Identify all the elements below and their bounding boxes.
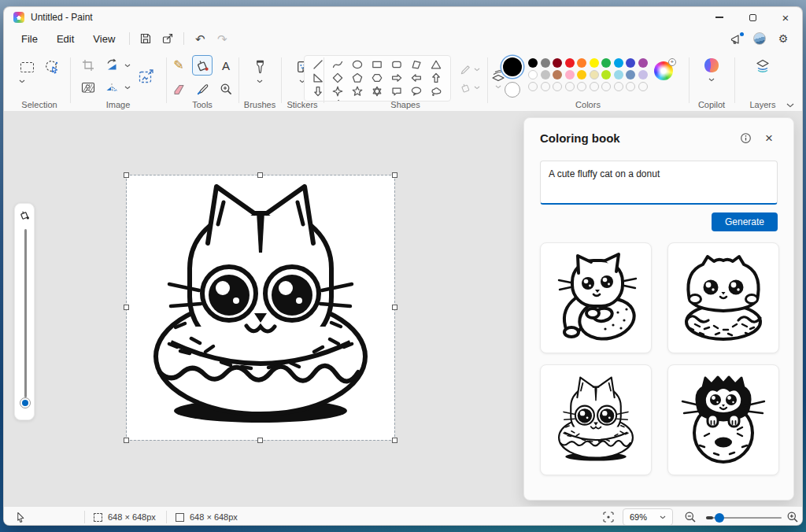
- free-select-button[interactable]: [42, 57, 62, 77]
- palette-swatch-empty[interactable]: [565, 82, 575, 91]
- brushes-button[interactable]: [250, 56, 270, 76]
- selection-handle-s[interactable]: [257, 438, 263, 443]
- shape-curve[interactable]: [329, 58, 346, 70]
- shape-fill-icon[interactable]: [460, 82, 471, 94]
- palette-swatch[interactable]: [528, 58, 538, 68]
- save-button[interactable]: [135, 29, 157, 48]
- brushes-dropdown-chevron[interactable]: [257, 79, 263, 83]
- copilot-button[interactable]: [701, 55, 722, 76]
- thumbnail-black-white-cat-behind-donut[interactable]: [667, 364, 779, 475]
- shape-rounded-rectangle[interactable]: [388, 58, 405, 70]
- shape-arrow-down[interactable]: [309, 85, 327, 97]
- redo-button[interactable]: ↷: [211, 29, 233, 48]
- palette-swatch-empty[interactable]: [638, 82, 648, 91]
- settings-button[interactable]: ⚙: [772, 29, 794, 48]
- selection-handle-n[interactable]: [257, 172, 263, 178]
- remove-background-button[interactable]: [78, 77, 98, 98]
- shape-polygon[interactable]: [408, 58, 425, 70]
- color-picker-button[interactable]: [192, 79, 213, 99]
- pencil-tool-button[interactable]: ✎: [168, 55, 189, 76]
- palette-swatch[interactable]: [590, 70, 599, 79]
- selection-handle-sw[interactable]: [124, 438, 129, 443]
- zoom-out-button[interactable]: [684, 507, 697, 526]
- palette-swatch[interactable]: [638, 58, 648, 68]
- shape-speech-bubble[interactable]: [388, 85, 405, 97]
- selection-handle-se[interactable]: [392, 438, 397, 443]
- menu-file[interactable]: File: [12, 31, 47, 47]
- palette-swatch-empty[interactable]: [590, 82, 599, 91]
- palette-swatch[interactable]: [601, 70, 611, 79]
- selection-handle-ne[interactable]: [392, 172, 397, 178]
- selection-handle-nw[interactable]: [124, 172, 129, 178]
- shape-pentagon[interactable]: [349, 72, 366, 83]
- menu-view[interactable]: View: [83, 31, 124, 47]
- resize-image-button[interactable]: [134, 64, 159, 89]
- palette-swatch[interactable]: [565, 58, 575, 68]
- copilot-dropdown-chevron[interactable]: [708, 78, 715, 82]
- maximize-button[interactable]: [736, 7, 769, 28]
- collapse-ribbon-button[interactable]: [786, 103, 794, 108]
- eraser-tool-button[interactable]: [168, 79, 189, 99]
- palette-swatch[interactable]: [528, 70, 538, 79]
- shape-five-point-star[interactable]: [349, 85, 366, 97]
- canvas[interactable]: [127, 175, 394, 440]
- palette-swatch[interactable]: [626, 58, 635, 68]
- close-button[interactable]: ×: [769, 7, 802, 28]
- palette-swatch[interactable]: [541, 70, 550, 79]
- shape-outline-icon[interactable]: [460, 64, 471, 76]
- palette-swatch[interactable]: [553, 58, 562, 68]
- zoom-in-button[interactable]: [786, 507, 799, 526]
- rotate-dropdown-chevron[interactable]: [124, 64, 131, 68]
- text-tool-button[interactable]: A: [216, 55, 236, 76]
- shape-arrow-left[interactable]: [408, 72, 425, 83]
- shape-rectangle[interactable]: [368, 58, 386, 70]
- palette-swatch[interactable]: [601, 58, 611, 68]
- palette-swatch[interactable]: [638, 70, 648, 79]
- shape-arrow-right[interactable]: [388, 72, 405, 83]
- background-color-swatch[interactable]: [505, 82, 520, 98]
- zoom-level-dropdown[interactable]: 69%: [623, 508, 673, 526]
- edit-colors-button[interactable]: +: [654, 61, 673, 80]
- generate-button[interactable]: Generate: [712, 212, 778, 231]
- shape-hexagon[interactable]: [368, 72, 386, 83]
- flip-button[interactable]: [102, 77, 122, 98]
- palette-swatch[interactable]: [577, 70, 586, 79]
- slider-track[interactable]: [24, 229, 27, 397]
- slider-thumb[interactable]: [20, 397, 31, 408]
- layers-button[interactable]: [752, 56, 773, 76]
- palette-swatch[interactable]: [541, 58, 550, 68]
- palette-swatch[interactable]: [614, 70, 623, 79]
- palette-swatch-empty[interactable]: [626, 82, 635, 91]
- palette-swatch-empty[interactable]: [553, 82, 562, 91]
- rectangle-select-button[interactable]: [17, 57, 37, 77]
- minimize-button[interactable]: [703, 7, 736, 28]
- shape-oval[interactable]: [349, 58, 366, 70]
- palette-swatch[interactable]: [565, 70, 575, 79]
- fill-tool-button[interactable]: [192, 55, 213, 76]
- share-button[interactable]: [157, 29, 179, 48]
- palette-swatch[interactable]: [590, 58, 599, 68]
- palette-swatch-empty[interactable]: [528, 82, 538, 91]
- shape-thought-bubble[interactable]: [427, 85, 445, 97]
- flip-dropdown-chevron[interactable]: [124, 86, 131, 90]
- undo-button[interactable]: ↶: [189, 29, 211, 48]
- shape-line[interactable]: [309, 58, 327, 70]
- rotate-button[interactable]: [102, 55, 122, 76]
- shape-arrow-up[interactable]: [427, 72, 445, 83]
- palette-swatch[interactable]: [577, 58, 586, 68]
- palette-swatch-empty[interactable]: [541, 82, 550, 91]
- shape-right-triangle[interactable]: [309, 72, 327, 83]
- thumbnail-cat-hugging-donut[interactable]: [540, 242, 652, 353]
- palette-swatch[interactable]: [614, 58, 623, 68]
- thumbnail-fluffy-cat-on-donut[interactable]: [667, 242, 779, 353]
- fit-to-screen-button[interactable]: [602, 507, 615, 526]
- selection-handle-e[interactable]: [392, 305, 397, 310]
- shape-oval-speech-bubble[interactable]: [408, 85, 425, 97]
- magnifier-tool-button[interactable]: [216, 79, 236, 99]
- account-avatar[interactable]: [753, 32, 766, 45]
- palette-swatch-empty[interactable]: [601, 82, 611, 91]
- info-button[interactable]: [737, 129, 754, 146]
- thumbnail-cat-in-donut[interactable]: [540, 364, 652, 475]
- palette-swatch[interactable]: [626, 70, 635, 79]
- shape-triangle[interactable]: [427, 58, 445, 70]
